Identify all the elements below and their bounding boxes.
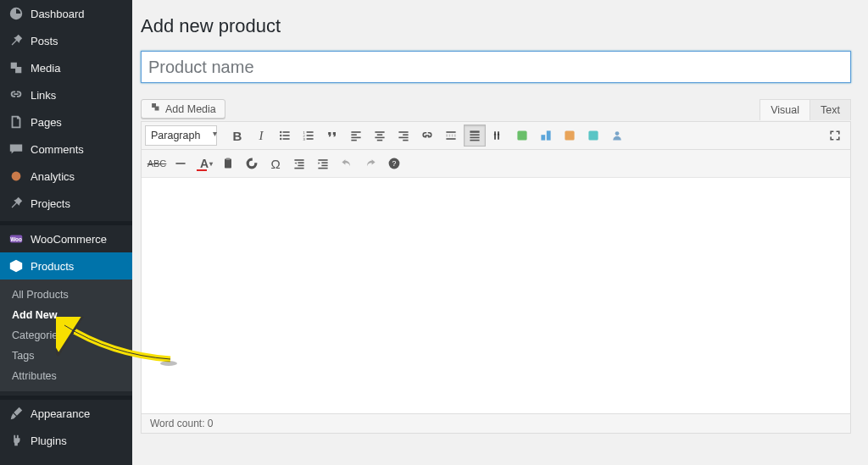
svg-rect-41 (225, 158, 231, 168)
align-left-button[interactable] (345, 125, 367, 147)
sidebar-item-dashboard[interactable]: Dashboard (0, 0, 132, 27)
user-icon[interactable] (606, 125, 628, 147)
svg-rect-24 (403, 134, 408, 136)
clear-formatting-button[interactable] (241, 152, 263, 174)
sidebar-item-label: Products (31, 260, 74, 273)
svg-rect-42 (226, 158, 231, 160)
comment-icon (8, 141, 24, 157)
svg-rect-20 (377, 134, 382, 136)
svg-rect-25 (398, 137, 408, 139)
help-button[interactable]: ? (383, 152, 405, 174)
sidebar-item-projects[interactable]: Projects (0, 190, 132, 217)
svg-rect-14 (307, 138, 314, 140)
svg-rect-43 (294, 159, 303, 161)
sidebar-item-pages[interactable]: Pages (0, 108, 132, 136)
tab-text[interactable]: Text (810, 99, 851, 120)
paste-text-button[interactable] (217, 152, 239, 174)
sidebar-item-links[interactable]: Links (0, 81, 132, 108)
woocommerce-icon: Woo (8, 231, 24, 246)
strikethrough-button[interactable]: ABC (146, 152, 168, 174)
undo-button[interactable] (336, 152, 358, 174)
products-icon (8, 258, 24, 274)
sidebar-item-comments[interactable]: Comments (0, 136, 132, 163)
svg-rect-49 (321, 165, 327, 167)
insert-more-button[interactable] (440, 125, 462, 147)
svg-rect-40 (175, 163, 185, 164)
sidebar-item-label: Analytics (31, 170, 75, 183)
sidebar-item-plugins[interactable]: Plugins (0, 427, 132, 454)
dashboard-icon (8, 6, 24, 21)
sidebar-item-media[interactable]: Media (0, 54, 132, 81)
insert-link-button[interactable] (416, 125, 438, 147)
add-media-label: Add Media (165, 103, 216, 115)
word-count: Word count: 0 (150, 418, 213, 429)
sidebar-subitem-all-products[interactable]: All Products (0, 285, 132, 305)
analytics-icon (8, 169, 24, 184)
svg-rect-23 (398, 131, 408, 133)
align-right-button[interactable] (392, 125, 415, 147)
svg-rect-36 (547, 130, 551, 140)
horizontal-rule-button[interactable] (170, 152, 192, 174)
bold-button[interactable]: B (226, 125, 248, 147)
tab-visual[interactable]: Visual (760, 99, 810, 120)
sidebar-submenu-products: All Products Add New Categories Tags Att… (0, 280, 132, 391)
blockquote-button[interactable] (321, 125, 343, 147)
editor-toolbar-row1: Paragraph B I 123 (142, 122, 850, 150)
svg-rect-18 (351, 140, 356, 141)
svg-point-7 (280, 138, 281, 140)
page-title: Add new product (141, 15, 851, 37)
media-icon (150, 102, 162, 116)
svg-point-3 (280, 131, 281, 133)
svg-rect-26 (403, 140, 408, 141)
outdent-button[interactable] (288, 152, 310, 174)
svg-rect-27 (446, 131, 455, 133)
add-media-button[interactable]: Add Media (141, 99, 225, 119)
format-select[interactable]: Paragraph (145, 125, 217, 146)
sidebar-item-label: Pages (31, 116, 62, 129)
svg-rect-34 (517, 130, 526, 140)
toolbar-toggle-button[interactable] (464, 125, 486, 147)
fullscreen-button[interactable] (824, 125, 846, 147)
svg-rect-10 (307, 131, 314, 133)
sidebar-subitem-tags[interactable]: Tags (0, 346, 132, 366)
svg-rect-22 (377, 140, 382, 141)
svg-rect-15 (351, 131, 360, 133)
sidebar-subitem-attributes[interactable]: Attributes (0, 366, 132, 386)
svg-rect-37 (565, 130, 574, 140)
admin-sidebar: Dashboard Posts Media Links Pages Commen… (0, 0, 132, 465)
sidebar-item-products[interactable]: Products (0, 252, 132, 280)
svg-rect-8 (283, 138, 290, 140)
svg-rect-29 (446, 138, 455, 140)
indent-button[interactable] (312, 152, 334, 174)
special-character-button[interactable]: Ω (264, 152, 287, 174)
editor-canvas[interactable] (142, 178, 850, 413)
brush-icon (8, 406, 24, 421)
svg-rect-44 (298, 162, 303, 163)
italic-button[interactable]: I (250, 125, 272, 147)
sidebar-subitem-add-new[interactable]: Add New (0, 305, 132, 325)
number-list-button[interactable]: 123 (298, 125, 320, 147)
text-color-button[interactable]: A▾ (193, 152, 215, 174)
svg-rect-4 (283, 131, 290, 133)
sidebar-item-posts[interactable]: Posts (0, 27, 132, 54)
plugin-icon (8, 433, 24, 448)
sidebar-subitem-categories[interactable]: Categories (0, 325, 132, 346)
sidebar-item-analytics[interactable]: Analytics (0, 163, 132, 190)
align-center-button[interactable] (369, 125, 391, 147)
blue-box-icon[interactable] (535, 125, 557, 147)
orange-box-icon[interactable] (559, 125, 581, 147)
bullet-list-button[interactable] (274, 125, 296, 147)
sidebar-item-appearance[interactable]: Appearance (0, 400, 132, 427)
sidebar-item-label: Media (31, 62, 60, 75)
editor-box: Paragraph B I 123 ABC (141, 121, 851, 434)
svg-rect-16 (351, 134, 356, 136)
title-input-wrap (141, 51, 851, 83)
svg-rect-45 (298, 165, 303, 167)
columns-button[interactable] (487, 125, 509, 147)
product-name-input[interactable] (141, 51, 851, 83)
sidebar-item-woocommerce[interactable]: Woo WooCommerce (0, 225, 132, 252)
green-box-icon[interactable] (511, 125, 533, 147)
svg-rect-30 (470, 130, 479, 132)
teal-box-icon[interactable] (582, 125, 604, 147)
redo-button[interactable] (359, 152, 381, 174)
